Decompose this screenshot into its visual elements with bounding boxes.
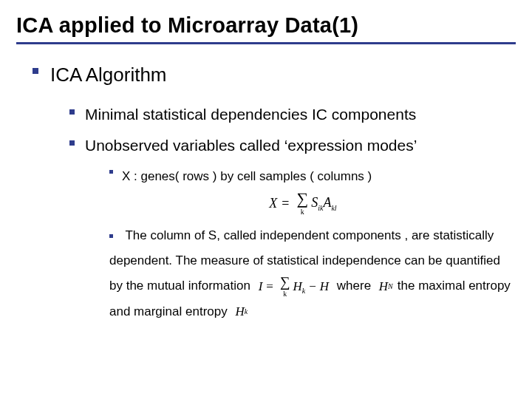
l2a-text: Minimal statistical dependencies IC comp…	[85, 103, 416, 126]
bullet-l3-independent-components: The column of S, called independent comp…	[109, 223, 516, 324]
formula1-A: A	[323, 195, 331, 210]
square-bullet-icon	[109, 234, 113, 238]
symbol-Hk: Hk	[235, 299, 248, 324]
square-bullet-icon	[33, 68, 38, 74]
square-bullet-icon	[109, 170, 113, 174]
slide-title: ICA applied to Microarray Data(1)	[16, 13, 516, 38]
l3b-tail2: and marginal entropy	[109, 304, 228, 318]
slide: ICA applied to Microarray Data(1) ICA Al…	[0, 0, 532, 399]
title-underline	[16, 42, 516, 44]
l3b-tail1: the maximal entropy	[398, 279, 511, 293]
l3a-text: X : genes( rows ) by cell samples ( colu…	[122, 164, 372, 189]
formula1-eq: =	[282, 196, 289, 211]
bullet-l2-minimal-dependencies: Minimal statistical dependencies IC comp…	[69, 103, 516, 126]
formula-mutual-information: I = ∑ k Hk − H	[259, 274, 329, 299]
formula-x-sum: X = ∑ k SikAkl	[90, 191, 516, 216]
sigma-sum-icon: ∑ k	[280, 275, 290, 298]
bullet-l3-x-genes: X : genes( rows ) by cell samples ( colu…	[109, 164, 516, 189]
symbol-HN: HN	[379, 274, 393, 299]
l1-text: ICA Algorithm	[50, 61, 167, 89]
formula1-S: S	[311, 195, 318, 210]
square-bullet-icon	[69, 109, 75, 115]
bullet-l1-ica-algorithm: ICA Algorithm	[33, 61, 516, 89]
l2b-text: Unobserved variables called ‘expression …	[85, 134, 417, 157]
l3b-where: where	[337, 279, 371, 293]
square-bullet-icon	[69, 140, 75, 146]
formula1-lhs: X	[269, 196, 277, 211]
bullet-l2-expression-modes: Unobserved variables called ‘expression …	[69, 134, 516, 157]
sigma-sum-icon: ∑ k	[297, 191, 309, 216]
